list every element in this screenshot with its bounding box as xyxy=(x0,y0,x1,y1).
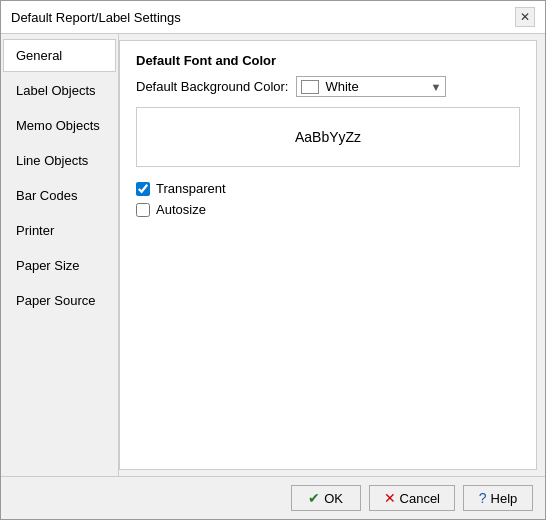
ok-label: OK xyxy=(324,491,343,506)
dialog-window: Default Report/Label Settings ✕ General … xyxy=(0,0,546,520)
sidebar: General Label Objects Memo Objects Line … xyxy=(1,34,119,476)
cancel-icon: ✕ xyxy=(384,490,396,506)
dialog-body: General Label Objects Memo Objects Line … xyxy=(1,34,545,476)
sidebar-item-memo-objects[interactable]: Memo Objects xyxy=(3,109,116,142)
ok-icon: ✔ xyxy=(308,490,320,506)
help-button[interactable]: ? Help xyxy=(463,485,533,511)
section-title: Default Font and Color xyxy=(136,53,520,68)
autosize-row: Autosize xyxy=(136,202,520,217)
bg-color-value: White xyxy=(325,79,358,94)
sidebar-item-line-objects[interactable]: Line Objects xyxy=(3,144,116,177)
transparent-label[interactable]: Transparent xyxy=(156,181,226,196)
sidebar-item-general[interactable]: General xyxy=(3,39,116,72)
dropdown-arrow-icon: ▼ xyxy=(431,81,442,93)
sidebar-item-printer[interactable]: Printer xyxy=(3,214,116,247)
content-area: Default Font and Color Default Backgroun… xyxy=(119,40,537,470)
bg-color-row: Default Background Color: White ▼ xyxy=(136,76,520,97)
help-label: Help xyxy=(491,491,518,506)
color-swatch xyxy=(301,80,319,94)
font-preview-box: AaBbYyZz xyxy=(136,107,520,167)
sidebar-item-paper-source[interactable]: Paper Source xyxy=(3,284,116,317)
title-bar: Default Report/Label Settings ✕ xyxy=(1,1,545,34)
autosize-label[interactable]: Autosize xyxy=(156,202,206,217)
transparent-row: Transparent xyxy=(136,181,520,196)
cancel-label: Cancel xyxy=(400,491,440,506)
close-button[interactable]: ✕ xyxy=(515,7,535,27)
preview-text: AaBbYyZz xyxy=(295,129,361,145)
dialog-footer: ✔ OK ✕ Cancel ? Help xyxy=(1,476,545,519)
bg-color-dropdown[interactable]: White ▼ xyxy=(296,76,446,97)
bg-color-label: Default Background Color: xyxy=(136,79,288,94)
autosize-checkbox[interactable] xyxy=(136,203,150,217)
cancel-button[interactable]: ✕ Cancel xyxy=(369,485,455,511)
sidebar-item-label-objects[interactable]: Label Objects xyxy=(3,74,116,107)
sidebar-item-paper-size[interactable]: Paper Size xyxy=(3,249,116,282)
ok-button[interactable]: ✔ OK xyxy=(291,485,361,511)
dialog-title: Default Report/Label Settings xyxy=(11,10,181,25)
help-icon: ? xyxy=(479,490,487,506)
sidebar-item-bar-codes[interactable]: Bar Codes xyxy=(3,179,116,212)
transparent-checkbox[interactable] xyxy=(136,182,150,196)
